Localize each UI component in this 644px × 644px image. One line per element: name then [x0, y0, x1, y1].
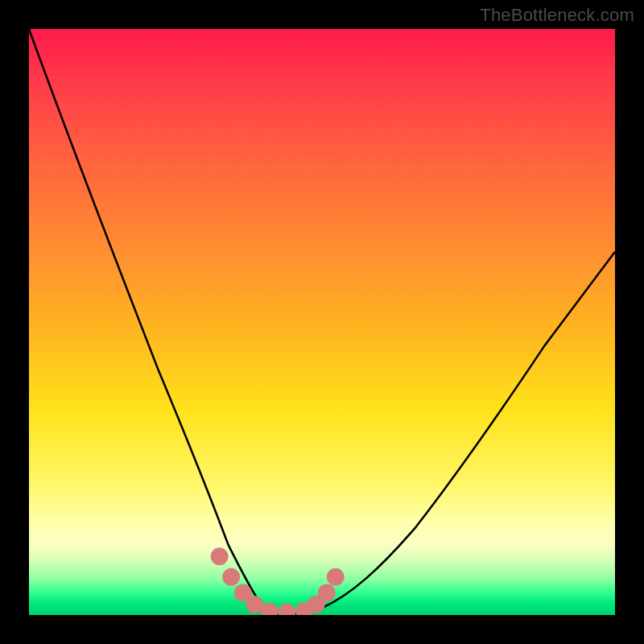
svg-point-1 [222, 568, 240, 586]
chart-frame: TheBottleneck.com [0, 0, 644, 644]
left-curve [29, 29, 275, 615]
svg-point-9 [327, 568, 345, 586]
plot-area [29, 29, 615, 615]
curve-overlay [29, 29, 615, 615]
right-curve [275, 252, 615, 615]
svg-point-5 [278, 603, 295, 615]
watermark-text: TheBottleneck.com [480, 5, 634, 26]
svg-point-0 [211, 547, 229, 565]
svg-point-8 [318, 584, 336, 601]
marker-band [211, 547, 345, 615]
